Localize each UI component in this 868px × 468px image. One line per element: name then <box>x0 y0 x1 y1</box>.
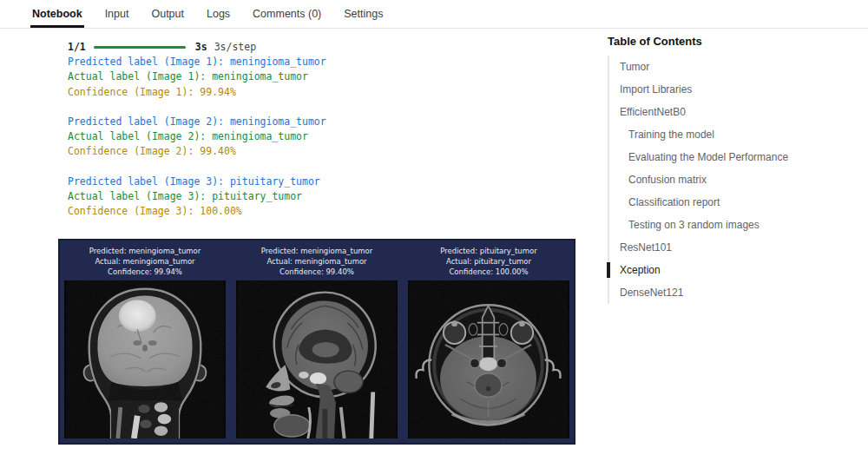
toc-item-xception[interactable]: Xception <box>609 259 861 281</box>
tab-input[interactable]: Input <box>103 0 131 28</box>
panel-title-actual: Actual: pituitary_tumor <box>408 256 569 267</box>
progress-per-step: 3s/step <box>214 40 256 55</box>
tab-logs[interactable]: Logs <box>205 0 232 28</box>
tab-comments[interactable]: Comments (0) <box>251 0 323 28</box>
tab-output[interactable]: Output <box>149 0 186 28</box>
figure-panel-3: Predicted: pituitary_tumor Actual: pitui… <box>408 245 569 438</box>
mri-axial-image <box>408 280 569 438</box>
actual-label-line: Actual label (Image 3): pituitary_tumor <box>68 189 590 204</box>
panel-title: Predicted: pituitary_tumor Actual: pitui… <box>408 245 569 280</box>
predicted-label-line: Predicted label (Image 2): meningioma_tu… <box>68 115 590 129</box>
mri-sagittal-image <box>236 280 398 438</box>
toc-item-densenet121[interactable]: DenseNet121 <box>609 281 861 304</box>
prediction-block-3: Predicted label (Image 3): pituitary_tum… <box>68 175 590 220</box>
confidence-line: Confidence (Image 2): 99.40% <box>68 144 590 159</box>
panel-title-predicted: Predicted: meningioma_tumor <box>236 246 398 256</box>
toc-item-evaluating-model-performance[interactable]: Evaluating the Model Performance <box>609 146 861 168</box>
figure-panel-2: Predicted: meningioma_tumor Actual: meni… <box>236 245 398 438</box>
prediction-block-1: Predicted label (Image 1): meningioma_tu… <box>68 55 590 100</box>
confidence-line: Confidence (Image 1): 99.94% <box>68 85 590 100</box>
progress-time: 3s <box>195 40 207 55</box>
toc-item-resnet101[interactable]: ResNet101 <box>609 236 861 259</box>
prediction-figure: Predicted: meningioma_tumor Actual: meni… <box>58 239 575 445</box>
panel-title: Predicted: meningioma_tumor Actual: meni… <box>64 245 226 280</box>
progress-steps: 1/1 <box>68 40 86 55</box>
progress-bar <box>94 46 186 49</box>
predicted-label-line: Predicted label (Image 3): pituitary_tum… <box>68 175 590 189</box>
confidence-line: Confidence (Image 3): 100.00% <box>68 204 590 219</box>
toc-item-tumor[interactable]: Tumor <box>609 56 861 78</box>
panel-title-confidence: Confidence: 99.94% <box>64 267 226 277</box>
toc-item-classification-report[interactable]: Classification report <box>609 191 861 214</box>
toc-item-confusion-matrix[interactable]: Confusion matrix <box>609 168 861 191</box>
figure-panel-1: Predicted: meningioma_tumor Actual: meni… <box>64 245 226 438</box>
panel-title-confidence: Confidence: 100.00% <box>408 267 569 277</box>
prediction-block-2: Predicted label (Image 2): meningioma_tu… <box>68 115 590 160</box>
toc-item-efficientnetb0[interactable]: EfficientNetB0 <box>609 101 861 123</box>
toc-item-import-libraries[interactable]: Import Libraries <box>609 78 861 101</box>
notebook-output-area: 1/1 3s 3s/step Predicted label (Image 1)… <box>0 35 590 445</box>
panel-title-actual: Actual: meningioma_tumor <box>236 256 398 267</box>
actual-label-line: Actual label (Image 1): meningioma_tumor <box>68 69 590 84</box>
panel-title-predicted: Predicted: pituitary_tumor <box>408 246 569 256</box>
table-of-contents: Table of Contents Tumor Import Libraries… <box>608 35 861 304</box>
panel-title-confidence: Confidence: 99.40% <box>236 267 398 277</box>
kaggle-notebook-viewer: Notebook Input Output Logs Comments (0) … <box>0 0 868 468</box>
toc-list: Tumor Import Libraries EfficientNetB0 Tr… <box>608 56 861 304</box>
tab-notebook[interactable]: Notebook <box>30 0 84 28</box>
notebook-tabbar: Notebook Input Output Logs Comments (0) … <box>0 0 868 29</box>
toc-title: Table of Contents <box>608 35 861 48</box>
toc-item-testing-3-random-images[interactable]: Testing on 3 random images <box>609 214 861 236</box>
panel-title: Predicted: meningioma_tumor Actual: meni… <box>236 245 398 280</box>
mri-coronal-image <box>64 280 226 438</box>
keras-progress-row: 1/1 3s 3s/step <box>68 40 590 55</box>
tab-settings[interactable]: Settings <box>342 0 385 28</box>
predicted-label-line: Predicted label (Image 1): meningioma_tu… <box>68 55 590 69</box>
panel-title-actual: Actual: meningioma_tumor <box>64 256 226 267</box>
actual-label-line: Actual label (Image 2): meningioma_tumor <box>68 129 590 144</box>
toc-item-training-the-model[interactable]: Training the model <box>609 123 861 146</box>
panel-title-predicted: Predicted: meningioma_tumor <box>64 246 226 256</box>
